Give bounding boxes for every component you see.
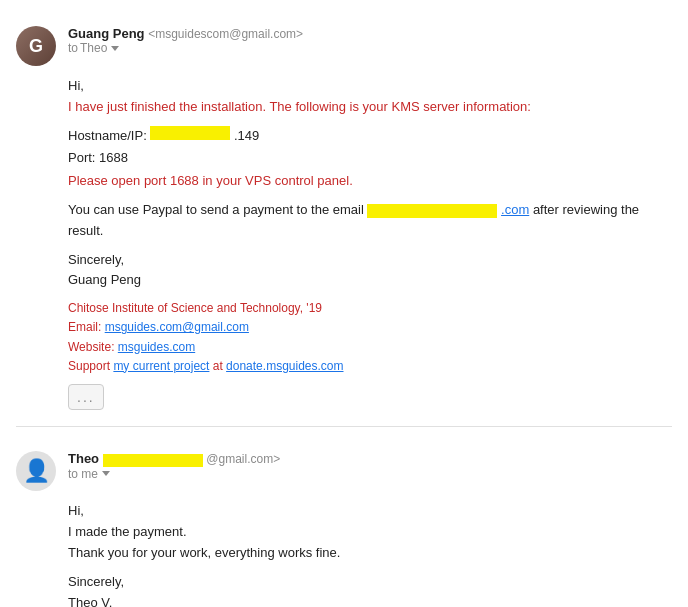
paypal-email-redacted bbox=[367, 204, 497, 218]
to-label-1: to bbox=[68, 41, 78, 55]
sender-email-suffix-2: @gmail.com> bbox=[206, 452, 280, 466]
port-note-text: Please open port 1688 in your VPS contro… bbox=[68, 173, 353, 188]
recipient-line-1: to Theo bbox=[68, 41, 672, 55]
avatar-guang-peng: G bbox=[16, 26, 56, 66]
sig-support-mid: at bbox=[213, 359, 226, 373]
server-info: Hostname/IP: .149 Port: 1688 Please open… bbox=[68, 126, 672, 192]
greeting-text-2: Hi, bbox=[68, 501, 672, 522]
sender-name-row: Guang Peng <msguides​com@gmail.com> bbox=[68, 26, 672, 41]
email-message-1: G Guang Peng <msguides​com@gmail.com> to… bbox=[16, 10, 672, 427]
closing-label-2: Sincerely, bbox=[68, 572, 672, 593]
intro-line-1: I have just finished the installation. T… bbox=[68, 97, 672, 118]
message-header-1: G Guang Peng <msguides​com@gmail.com> to… bbox=[16, 26, 672, 66]
message-body-1: Hi, I have just finished the installatio… bbox=[68, 76, 672, 410]
sig-email-link[interactable]: msguides.com@gmail.com bbox=[105, 320, 249, 334]
closing-block-2: Sincerely, Theo V. bbox=[68, 572, 672, 607]
closing-block-1: Sincerely, Guang Peng bbox=[68, 250, 672, 292]
sender-name-row-2: Theo @gmail.com> bbox=[68, 451, 672, 466]
recipient-name-1: Theo bbox=[80, 41, 107, 55]
port-note-row: Please open port 1688 in your VPS contro… bbox=[68, 171, 672, 192]
sig-institution: Chitose Institute of Science and Technol… bbox=[68, 299, 672, 318]
sig-support-prefix: Support bbox=[68, 359, 110, 373]
sig-support-link2[interactable]: donate.msguides.com bbox=[226, 359, 343, 373]
port-row: Port: 1688 bbox=[68, 148, 672, 169]
chevron-down-icon-1[interactable] bbox=[111, 46, 119, 51]
port-text: Port: 1688 bbox=[68, 150, 128, 165]
sig-website-label: Website: bbox=[68, 340, 118, 354]
greeting-1: Hi, I have just finished the installatio… bbox=[68, 76, 672, 118]
sender-info-2: Theo @gmail.com> to me bbox=[68, 451, 672, 480]
sig-website-link[interactable]: msguides.com bbox=[118, 340, 195, 354]
to-label-2: to me bbox=[68, 467, 98, 481]
sender-name-2: Theo bbox=[68, 451, 99, 466]
sig-support-link[interactable]: my current project bbox=[113, 359, 209, 373]
hostname-label: Hostname/IP: bbox=[68, 128, 150, 143]
closing-name-1: Guang Peng bbox=[68, 270, 672, 291]
email-message-2: 👤 Theo @gmail.com> to me Hi, I made the … bbox=[16, 435, 672, 607]
paypal-suffix: .com bbox=[501, 202, 529, 217]
sig-email-label: Email: bbox=[68, 320, 105, 334]
avatar-initials: G bbox=[29, 36, 43, 57]
hostname-suffix: .149 bbox=[234, 128, 259, 143]
chevron-down-icon-2[interactable] bbox=[102, 471, 110, 476]
closing-label-1: Sincerely, bbox=[68, 250, 672, 271]
sig-support-row: Support my current project at donate.msg… bbox=[68, 357, 672, 376]
paypal-prefix: You can use Paypal to send a payment to … bbox=[68, 202, 364, 217]
recipient-line-2: to me bbox=[68, 467, 672, 481]
person-icon: 👤 bbox=[23, 458, 50, 484]
sender-email-redacted-2 bbox=[103, 452, 203, 466]
greeting-2: Hi, I made the payment. Thank you for yo… bbox=[68, 501, 672, 563]
sender-name-1: Guang Peng bbox=[68, 26, 145, 41]
hostname-row: Hostname/IP: .149 bbox=[68, 126, 672, 147]
body-line2-2: Thank you for your work, everything work… bbox=[68, 543, 672, 564]
sender-email-1: <msguides​com@gmail.com> bbox=[148, 27, 303, 41]
paypal-paragraph: You can use Paypal to send a payment to … bbox=[68, 200, 672, 242]
closing-name-2: Theo V. bbox=[68, 593, 672, 608]
sender-info-1: Guang Peng <msguides​com@gmail.com> to T… bbox=[68, 26, 672, 55]
body-line1-2: I made the payment. bbox=[68, 522, 672, 543]
email-thread: G Guang Peng <msguides​com@gmail.com> to… bbox=[0, 0, 688, 607]
sig-website-row: Website: msguides.com bbox=[68, 338, 672, 357]
message-header-2: 👤 Theo @gmail.com> to me bbox=[16, 451, 672, 491]
greeting-text-1: Hi, bbox=[68, 76, 672, 97]
signature-1: Chitose Institute of Science and Technol… bbox=[68, 299, 672, 376]
avatar-theo: 👤 bbox=[16, 451, 56, 491]
ellipsis-button[interactable]: ... bbox=[68, 384, 104, 410]
sig-email-row: Email: msguides.com@gmail.com bbox=[68, 318, 672, 337]
message-body-2: Hi, I made the payment. Thank you for yo… bbox=[68, 501, 672, 607]
hostname-redacted bbox=[150, 126, 230, 140]
